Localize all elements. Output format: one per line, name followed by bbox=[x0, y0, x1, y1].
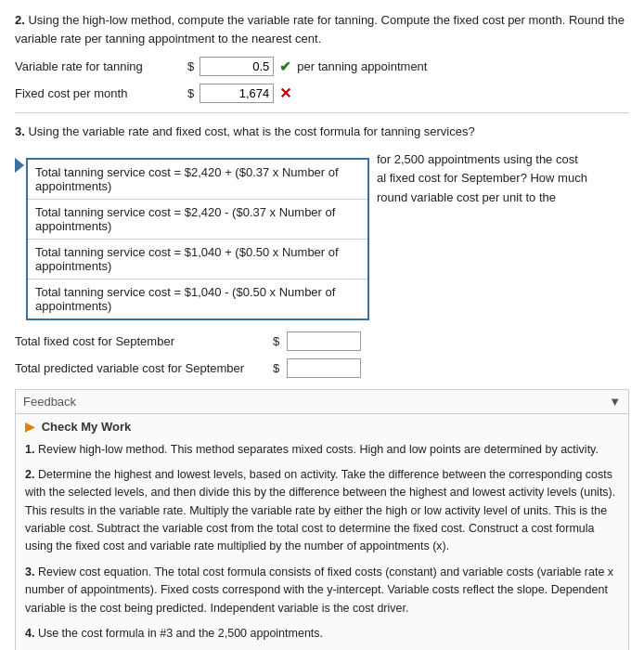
total-fixed-cost-row: Total fixed cost for September $ bbox=[15, 332, 629, 351]
q3-right-panel: for 2,500 appointments using the cost al… bbox=[369, 150, 587, 208]
check-my-work-icon: ▶ bbox=[25, 420, 34, 434]
q2-body: Using the high-low method, compute the v… bbox=[15, 13, 625, 46]
variable-rate-label: Variable rate for tanning bbox=[15, 59, 182, 73]
feedback-item-4-number: 4. bbox=[25, 627, 34, 640]
feedback-header: Feedback ▼ bbox=[16, 390, 628, 414]
check-my-work-label: Check My Work bbox=[42, 420, 132, 434]
total-variable-cost-input[interactable] bbox=[287, 358, 361, 378]
feedback-box: Feedback ▼ ▶ Check My Work 1. Review hig… bbox=[15, 389, 629, 651]
q2-number: 2. bbox=[15, 13, 25, 27]
feedback-item-3: 3. Review cost equation. The total cost … bbox=[25, 564, 619, 618]
right-line-2: al fixed cost for September? How much bbox=[377, 169, 587, 188]
fixed-cost-row: Fixed cost per month $ ✕ bbox=[15, 84, 629, 103]
feedback-item-2-number: 2. bbox=[25, 468, 34, 481]
question-3-block: 3. Using the variable rate and fixed cos… bbox=[15, 123, 629, 320]
total-variable-cost-row: Total predicted variable cost for Septem… bbox=[15, 358, 629, 378]
feedback-label: Feedback bbox=[23, 395, 76, 409]
feedback-item-4: 4. Use the cost formula in #3 and the 2,… bbox=[25, 625, 619, 643]
feedback-item-4-text: Use the cost formula in #3 and the 2,500… bbox=[38, 627, 323, 640]
right-line-3: round variable cost per unit to the bbox=[377, 188, 587, 208]
question-2-block: 2. Using the high-low method, compute th… bbox=[15, 11, 629, 103]
check-my-work-section: ▶ Check My Work bbox=[16, 414, 628, 437]
total-fixed-cost-label: Total fixed cost for September bbox=[15, 334, 265, 348]
q3-body: Using the variable rate and fixed cost, … bbox=[28, 124, 474, 138]
formula-option-2[interactable]: Total tanning service cost = $2,420 - ($… bbox=[28, 200, 367, 240]
fixed-cost-label: Fixed cost per month bbox=[15, 86, 182, 100]
total-variable-cost-label: Total predicted variable cost for Septem… bbox=[15, 361, 265, 375]
variable-rate-check-icon: ✔ bbox=[279, 58, 291, 75]
formula-option-1[interactable]: Total tanning service cost = $2,420 + ($… bbox=[28, 160, 367, 200]
feedback-item-2-text: Determine the highest and lowest levels,… bbox=[25, 468, 615, 553]
q3-number: 3. bbox=[15, 124, 25, 138]
feedback-toggle-icon[interactable]: ▼ bbox=[609, 395, 621, 409]
question-4-block: Total fixed cost for September $ Total p… bbox=[15, 332, 629, 378]
feedback-item-1-number: 1. bbox=[25, 443, 34, 456]
total-fixed-cost-input[interactable] bbox=[287, 332, 361, 351]
q3-options-row: Total tanning service cost = $2,420 + ($… bbox=[15, 150, 629, 320]
triangle-marker bbox=[15, 158, 24, 173]
fixed-dollar: $ bbox=[187, 86, 194, 100]
formula-dropdown[interactable]: Total tanning service cost = $2,420 + ($… bbox=[26, 158, 369, 320]
formula-option-4[interactable]: Total tanning service cost = $1,040 - ($… bbox=[28, 280, 367, 318]
fixed-cost-input[interactable] bbox=[200, 84, 274, 103]
variable-rate-row: Variable rate for tanning $ ✔ per tannin… bbox=[15, 57, 629, 76]
variable-dollar: $ bbox=[187, 59, 194, 73]
feedback-item-1: 1. Review high-low method. This method s… bbox=[25, 441, 619, 459]
feedback-item-2: 2. Determine the highest and lowest leve… bbox=[25, 466, 619, 556]
right-line-1: for 2,500 appointments using the cost bbox=[377, 150, 587, 170]
per-tanning-label: per tanning appointment bbox=[297, 59, 427, 73]
feedback-item-3-text: Review cost equation. The total cost for… bbox=[25, 566, 613, 615]
fixed-cost-cross-icon: ✕ bbox=[279, 84, 291, 102]
question-2-text: 2. Using the high-low method, compute th… bbox=[15, 11, 629, 47]
divider-1 bbox=[15, 112, 629, 113]
total-fixed-dollar: $ bbox=[273, 334, 279, 348]
question-3-text: 3. Using the variable rate and fixed cos… bbox=[15, 123, 629, 141]
formula-option-3[interactable]: Total tanning service cost = $1,040 + ($… bbox=[28, 240, 367, 280]
feedback-item-3-number: 3. bbox=[25, 566, 34, 578]
variable-rate-input[interactable] bbox=[200, 57, 274, 76]
total-variable-dollar: $ bbox=[273, 361, 279, 375]
page-container: 2. Using the high-low method, compute th… bbox=[0, 0, 644, 650]
feedback-body: 1. Review high-low method. This method s… bbox=[16, 437, 628, 651]
feedback-item-1-text: Review high-low method. This method sepa… bbox=[38, 443, 599, 456]
